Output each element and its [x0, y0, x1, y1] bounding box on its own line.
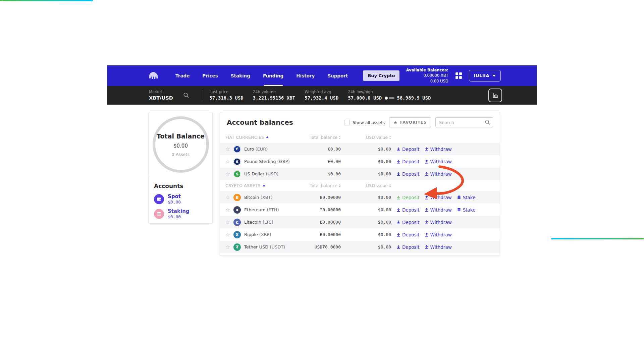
ripple-deposit-link[interactable]: Deposit	[396, 232, 420, 237]
account-value: $0.00	[168, 200, 181, 205]
show-all-assets-checkbox[interactable]	[344, 120, 350, 125]
bitcoin-icon: Ƀ	[233, 194, 241, 201]
favorite-star-icon[interactable]: ☆	[225, 147, 233, 152]
section-header: FIAT CURRENCIESTotal balanceUSD value	[220, 132, 500, 143]
litecoin-deposit-link[interactable]: Deposit	[396, 220, 420, 225]
table-row: ☆$US Dollar(USD)$0.00$0.00DepositWithdra…	[220, 168, 500, 180]
account-item-spot[interactable]: Spot$0.00	[154, 194, 207, 205]
favorite-star-icon[interactable]: ☆	[225, 171, 233, 177]
favorites-filter-button[interactable]: ★ FAVORITES	[389, 117, 431, 127]
nav-item-prices[interactable]: Prices	[196, 65, 224, 86]
assets-count: 0 Assets	[172, 152, 190, 157]
ripple-withdraw-link[interactable]: Withdraw	[425, 232, 452, 237]
nav-item-trade[interactable]: Trade	[169, 65, 196, 86]
favorite-star-icon[interactable]: ☆	[225, 244, 233, 250]
market-stats-bar: Market XBT/USD Last price57,318.3 USD24h…	[107, 86, 537, 105]
nav-item-staking[interactable]: Staking	[224, 65, 257, 86]
nav-item-history[interactable]: History	[290, 65, 321, 86]
deposit-label: Deposit	[402, 171, 420, 177]
withdraw-icon	[425, 233, 429, 237]
asset-name: Ethereum(ETH)	[244, 207, 290, 212]
withdraw-icon	[425, 245, 429, 249]
euro-withdraw-link[interactable]: Withdraw	[425, 147, 452, 152]
asset-name: Bitcoin(XBT)	[244, 195, 290, 200]
market-pair-selector[interactable]: Market XBT/USD	[149, 90, 173, 101]
section-sort-header[interactable]: CRYPTO ASSETS	[225, 183, 290, 188]
market-stat: Weighted avg.57,932.4 USD	[305, 90, 338, 100]
ethereum-deposit-link[interactable]: Deposit	[396, 207, 420, 213]
row-actions: DepositWithdraw	[391, 232, 494, 237]
tether-usd-withdraw-link[interactable]: Withdraw	[425, 244, 452, 250]
asset-usd-value: $0.00	[341, 147, 391, 152]
asset-code: (XRP)	[259, 232, 271, 237]
deposit-icon	[396, 220, 400, 224]
buy-crypto-button[interactable]: Buy Crypto	[363, 70, 399, 81]
nav-item-support[interactable]: Support	[321, 65, 354, 86]
star-icon: ★	[393, 120, 398, 125]
gradient-line-right	[551, 238, 644, 239]
asset-usd-value: $0.00	[341, 159, 391, 164]
accounts-section: Accounts Spot$0.00Staking$0.00	[149, 177, 212, 220]
table-controls: Show all assets ★ FAVORITES	[344, 117, 493, 127]
show-all-assets-toggle[interactable]: Show all assets	[344, 120, 385, 125]
chart-view-button[interactable]	[488, 89, 502, 102]
low-high-label: 24h low/high	[348, 90, 431, 94]
euro-deposit-link[interactable]: Deposit	[396, 147, 420, 152]
litecoin-withdraw-link[interactable]: Withdraw	[425, 220, 452, 225]
column-header-balance[interactable]: Total balance	[290, 135, 341, 140]
user-menu-button[interactable]: IULIIA	[469, 70, 501, 81]
total-balance-section: Total Balance $0.00 0 Assets	[149, 112, 212, 177]
favorite-star-icon[interactable]: ☆	[225, 207, 233, 213]
section-sort-header[interactable]: FIAT CURRENCIES	[225, 135, 290, 140]
ripple-icon: X	[233, 231, 241, 238]
stat-label: Last price	[210, 90, 244, 94]
market-search-icon[interactable]	[183, 92, 189, 98]
favorite-star-icon[interactable]: ☆	[225, 232, 233, 237]
stake-label: Stake	[463, 195, 476, 200]
deposit-icon	[396, 245, 400, 249]
sort-icon	[389, 136, 391, 139]
column-header-balance[interactable]: Total balance	[290, 183, 341, 188]
account-item-staking[interactable]: Staking$0.00	[154, 209, 207, 220]
pound-sterling-deposit-link[interactable]: Deposit	[396, 159, 420, 164]
withdraw-label: Withdraw	[430, 244, 452, 250]
ethereum-withdraw-link[interactable]: Withdraw	[425, 207, 452, 213]
bitcoin-stake-link[interactable]: Stake	[457, 195, 476, 200]
account-text: Spot$0.00	[168, 194, 181, 205]
bitcoin-withdraw-link[interactable]: Withdraw	[425, 195, 452, 200]
column-header-usd[interactable]: USD value	[341, 135, 391, 140]
withdraw-icon	[425, 147, 429, 151]
deposit-icon	[396, 208, 400, 212]
available-balance-usd: 0.00 USD	[406, 78, 448, 84]
kraken-logo[interactable]	[149, 72, 158, 80]
favorite-star-icon[interactable]: ☆	[225, 220, 233, 225]
table-row: ☆₮Tether USD(USDT)USD₮0.0000$0.00Deposit…	[220, 241, 500, 253]
bitcoin-deposit-link[interactable]: Deposit	[396, 195, 420, 200]
asset-name: Litecoin(LTC)	[244, 220, 290, 225]
asset-balance: €0.00	[290, 147, 341, 152]
stat-label: 24h volume	[253, 90, 295, 94]
portfolio-panel: Total Balance $0.00 0 Assets Accounts Sp…	[149, 112, 213, 224]
search-icon[interactable]	[485, 119, 490, 126]
market-pair: XBT/USD	[149, 96, 173, 101]
nav-item-funding[interactable]: Funding	[257, 65, 290, 86]
tether-usd-deposit-link[interactable]: Deposit	[396, 244, 420, 250]
favorite-star-icon[interactable]: ☆	[225, 195, 233, 200]
asset-code: (USDT)	[270, 244, 285, 249]
sort-icon	[389, 184, 391, 187]
stake-icon	[457, 195, 461, 200]
euro-icon: €	[233, 146, 241, 153]
deposit-label: Deposit	[402, 220, 420, 225]
favorite-star-icon[interactable]: ☆	[225, 159, 233, 164]
us-dollar-withdraw-link[interactable]: Withdraw	[425, 171, 452, 177]
user-name: IULIIA	[474, 73, 489, 78]
coins-icon	[154, 209, 164, 219]
asset-balance: $0.00	[290, 171, 341, 176]
apps-grid-icon[interactable]	[455, 72, 462, 79]
column-header-usd[interactable]: USD value	[341, 183, 391, 188]
deposit-label: Deposit	[402, 159, 420, 164]
ethereum-stake-link[interactable]: Stake	[457, 207, 476, 213]
us-dollar-deposit-link[interactable]: Deposit	[396, 171, 420, 177]
pound-sterling-withdraw-link[interactable]: Withdraw	[425, 159, 452, 164]
ethereum-icon: ◆	[233, 206, 241, 214]
